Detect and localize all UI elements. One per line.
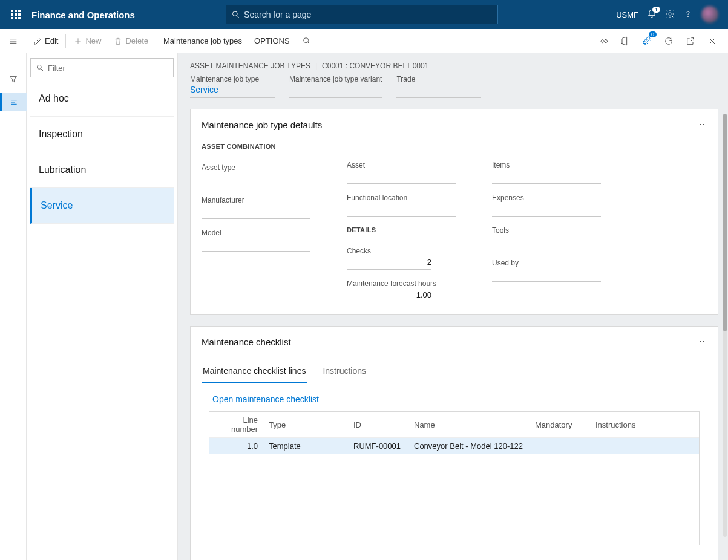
delete-button[interactable]: Delete [107, 29, 154, 53]
top-nav: Finance and Operations USMF 1 [0, 0, 728, 29]
table-row[interactable]: 1.0TemplateRUMF-00001Conveyor Belt - Mod… [209, 438, 699, 455]
field-value[interactable] [396, 83, 481, 98]
asset-field[interactable]: Asset [347, 161, 456, 184]
svg-rect-4 [15, 13, 17, 16]
svg-line-10 [237, 16, 239, 18]
field-label: Checks [347, 247, 456, 255]
notifications-button[interactable]: 1 [647, 9, 657, 21]
field-label: Maintenance forecast hours [347, 279, 456, 288]
list-filter[interactable] [30, 58, 174, 77]
svg-point-18 [303, 37, 308, 42]
filter-rail-button[interactable] [0, 70, 27, 88]
card-title: Maintenance job type defaults [202, 120, 322, 130]
used-by-field[interactable]: Used by [492, 259, 601, 282]
svg-rect-0 [11, 10, 13, 12]
breadcrumb-separator: | [315, 62, 317, 70]
field-value[interactable] [202, 206, 310, 219]
close-button[interactable] [701, 29, 723, 53]
tab-checklist-lines[interactable]: Maintenance checklist lines [202, 360, 307, 383]
list-rail-button[interactable] [0, 93, 27, 111]
refresh-button[interactable] [658, 29, 680, 53]
tab-instructions[interactable]: Instructions [321, 360, 367, 383]
nav-toggle-button[interactable] [0, 29, 27, 53]
field-value[interactable] [492, 203, 601, 217]
field-value[interactable] [347, 171, 456, 184]
col-type[interactable]: Type [264, 412, 349, 438]
svg-rect-5 [18, 13, 21, 16]
settings-button[interactable] [665, 9, 675, 21]
field-value[interactable] [347, 203, 456, 217]
office-button[interactable] [614, 29, 636, 53]
list-item[interactable]: Service [30, 188, 174, 224]
header-job-type-variant[interactable]: Maintenance job type variant [289, 75, 382, 98]
checklist-grid[interactable]: Line number Type ID Name Mandatory Instr… [209, 411, 700, 545]
items-field[interactable]: Items [492, 161, 601, 184]
header-job-type[interactable]: Maintenance job type Service [190, 75, 275, 98]
edit-button[interactable]: Edit [27, 29, 64, 53]
breadcrumb-root[interactable]: ASSET MAINTENANCE JOB TYPES [190, 62, 310, 70]
scrollbar-thumb[interactable] [723, 114, 727, 331]
col-mandatory[interactable]: Mandatory [530, 412, 591, 438]
search-icon [36, 63, 44, 72]
user-avatar[interactable] [701, 6, 718, 23]
help-button[interactable] [683, 9, 693, 21]
action-bar: Edit New Delete Maintenance job types OP… [0, 29, 728, 53]
field-value[interactable]: 2 [347, 256, 431, 270]
nav-context-button[interactable]: Maintenance job types [157, 29, 248, 53]
separator [156, 34, 156, 48]
svg-point-25 [37, 65, 41, 69]
field-value[interactable] [492, 269, 601, 282]
list-item[interactable]: Inspection [30, 117, 174, 152]
col-name[interactable]: Name [409, 412, 530, 438]
popout-button[interactable] [680, 29, 701, 53]
page-search-button[interactable] [296, 29, 318, 53]
tools-field[interactable]: Tools [492, 226, 601, 249]
svg-rect-2 [18, 10, 21, 12]
global-search[interactable] [226, 5, 498, 24]
functional-location-field[interactable]: Functional location [347, 194, 456, 217]
field-value[interactable] [202, 238, 310, 252]
options-button[interactable]: OPTIONS [248, 29, 296, 53]
office-icon [620, 36, 630, 46]
field-label: Asset [347, 161, 456, 169]
field-value[interactable] [492, 171, 601, 184]
header-trade[interactable]: Trade [396, 75, 481, 98]
global-search-input[interactable] [244, 10, 493, 19]
plus-icon [73, 36, 83, 46]
model-field[interactable]: Model [202, 229, 310, 252]
checks-field[interactable]: Checks2 [347, 247, 456, 270]
new-button[interactable]: New [67, 29, 107, 53]
field-label: Maintenance job type [190, 75, 275, 83]
search-icon [302, 36, 312, 46]
popout-icon [686, 36, 695, 46]
section-label: ASSET COMBINATION [202, 143, 310, 150]
defaults-card-header[interactable]: Maintenance job type defaults [191, 109, 718, 140]
open-checklist-link[interactable]: Open maintenance checklist [212, 394, 319, 404]
funnel-icon [8, 74, 18, 84]
col-instructions[interactable]: Instructions [591, 412, 699, 438]
list-filter-input[interactable] [48, 63, 168, 73]
field-value[interactable] [289, 83, 382, 98]
app-launcher-icon[interactable] [5, 4, 27, 25]
col-line-number[interactable]: Line number [209, 412, 264, 438]
pencil-icon [33, 36, 42, 46]
field-value[interactable]: Service [190, 83, 275, 98]
checklist-card-header[interactable]: Maintenance checklist [191, 327, 718, 357]
new-label: New [85, 36, 101, 45]
col-id[interactable]: ID [349, 412, 409, 438]
list-item[interactable]: Lubrication [30, 152, 174, 188]
expenses-field[interactable]: Expenses [492, 194, 601, 217]
attachments-button[interactable]: 0 [636, 29, 658, 53]
forecast-hours-field[interactable]: Maintenance forecast hours1.00 [347, 279, 456, 302]
manufacturer-field[interactable]: Manufacturer [202, 196, 310, 219]
field-value[interactable]: 1.00 [347, 289, 431, 302]
scrollbar[interactable] [723, 114, 727, 537]
connector-button[interactable] [592, 29, 614, 53]
field-label: Asset type [202, 163, 310, 172]
list-item[interactable]: Ad hoc [30, 81, 174, 117]
field-value[interactable] [202, 173, 310, 186]
section-label: DETAILS [347, 226, 456, 233]
asset-type-field[interactable]: Asset type [202, 163, 310, 186]
legal-entity[interactable]: USMF [616, 10, 638, 19]
field-value[interactable] [492, 236, 601, 249]
